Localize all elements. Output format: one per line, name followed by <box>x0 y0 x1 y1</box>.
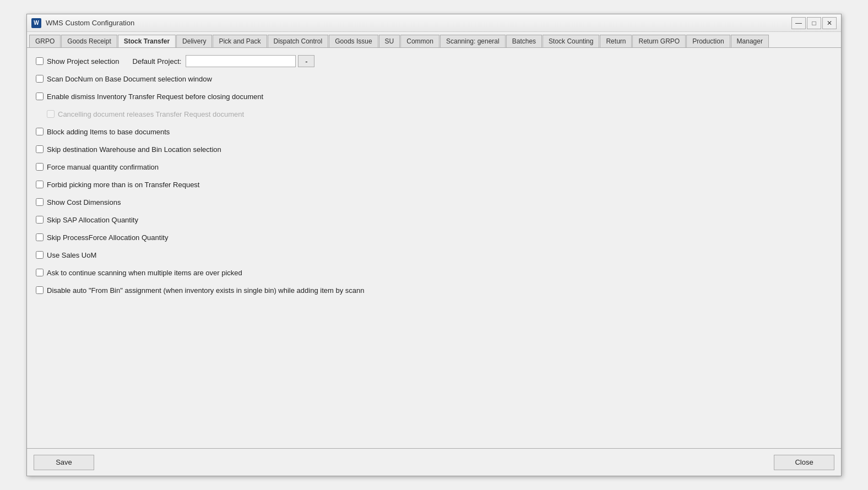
option-row-skip-processforce: Skip ProcessForce Allocation Quantity <box>36 231 832 244</box>
close-button[interactable]: Close <box>774 455 834 470</box>
label-skip-destination: Skip destination Warehouse and Bin Locat… <box>47 145 221 154</box>
label-use-sales-uom: Use Sales UoM <box>47 251 96 259</box>
label-enable-dismiss: Enable dismiss Inventory Transfer Reques… <box>47 92 263 101</box>
checkbox-use-sales-uom[interactable] <box>36 251 44 259</box>
label-block-adding: Block adding Items to base documents <box>47 128 170 136</box>
label-forbid-picking: Forbid picking more than is on Transfer … <box>47 181 199 189</box>
tab-su[interactable]: SU <box>379 35 400 48</box>
tab-return-grpo[interactable]: Return GRPO <box>632 35 686 48</box>
checkbox-enable-dismiss[interactable] <box>36 92 44 100</box>
tab-dispatch-control[interactable]: Dispatch Control <box>268 35 329 48</box>
checkbox-disable-auto-from-bin[interactable] <box>36 286 44 294</box>
checkbox-cancelling-document <box>47 110 55 118</box>
label-skip-processforce: Skip ProcessForce Allocation Quantity <box>47 233 168 242</box>
tab-grpo[interactable]: GRPO <box>29 35 61 48</box>
maximize-button[interactable]: □ <box>807 17 821 29</box>
option-row-show-project-selection: Show Project selectionDefault Project:- <box>36 55 832 68</box>
footer: Save Close <box>27 448 841 476</box>
content-area: Show Project selectionDefault Project:-S… <box>27 48 841 448</box>
option-row-enable-dismiss: Enable dismiss Inventory Transfer Reques… <box>36 90 832 103</box>
label-cancelling-document: Cancelling document releases Transfer Re… <box>58 110 244 118</box>
tab-production[interactable]: Production <box>686 35 730 48</box>
option-row-disable-auto-from-bin: Disable auto "From Bin" assignment (when… <box>36 284 832 297</box>
tab-manager[interactable]: Manager <box>731 35 769 48</box>
checkbox-block-adding[interactable] <box>36 128 44 135</box>
checkbox-forbid-picking[interactable] <box>36 181 44 188</box>
tab-return[interactable]: Return <box>600 35 632 48</box>
tab-goods-issue[interactable]: Goods Issue <box>329 35 378 48</box>
option-row-cancelling-document: Cancelling document releases Transfer Re… <box>36 107 832 121</box>
option-row-scan-docnum: Scan DocNum on Base Document selection w… <box>36 72 832 85</box>
default-project-button[interactable]: - <box>298 55 314 67</box>
close-window-button[interactable]: ✕ <box>822 17 837 29</box>
checkbox-skip-destination[interactable] <box>36 145 44 153</box>
checkbox-scan-docnum[interactable] <box>36 75 44 83</box>
option-row-block-adding: Block adding Items to base documents <box>36 125 832 138</box>
label-show-project-selection: Show Project selection <box>47 57 120 66</box>
checkbox-show-cost-dimensions[interactable] <box>36 198 44 206</box>
main-window: W WMS Custom Configuration — □ ✕ GRPOGoo… <box>26 14 842 476</box>
tab-bar: GRPOGoods ReceiptStock TransferDeliveryP… <box>27 32 841 48</box>
option-row-skip-sap-allocation: Skip SAP Allocation Quantity <box>36 213 832 226</box>
tab-common[interactable]: Common <box>400 35 440 48</box>
tab-batches[interactable]: Batches <box>506 35 542 48</box>
minimize-button[interactable]: — <box>791 17 806 29</box>
tab-scanning-general[interactable]: Scanning: general <box>440 35 506 48</box>
label-show-cost-dimensions: Show Cost Dimensions <box>47 198 121 206</box>
window-controls: — □ ✕ <box>791 17 837 29</box>
option-row-force-manual: Force manual quantity confirmation <box>36 160 832 173</box>
title-bar: W WMS Custom Configuration — □ ✕ <box>27 14 841 32</box>
option-row-skip-destination: Skip destination Warehouse and Bin Locat… <box>36 143 832 156</box>
label-force-manual: Force manual quantity confirmation <box>47 163 159 171</box>
default-project-input[interactable] <box>186 55 296 67</box>
checkbox-skip-processforce[interactable] <box>36 233 44 241</box>
app-icon: W <box>31 18 41 28</box>
label-disable-auto-from-bin: Disable auto "From Bin" assignment (when… <box>47 286 364 295</box>
option-row-forbid-picking: Forbid picking more than is on Transfer … <box>36 178 832 191</box>
window-title: WMS Custom Configuration <box>46 19 791 27</box>
tab-pick-and-pack[interactable]: Pick and Pack <box>213 35 267 48</box>
tab-stock-transfer[interactable]: Stock Transfer <box>118 35 176 48</box>
label-ask-continue-scanning: Ask to continue scanning when multiple i… <box>47 269 242 277</box>
option-row-ask-continue-scanning: Ask to continue scanning when multiple i… <box>36 266 832 279</box>
checkbox-force-manual[interactable] <box>36 163 44 171</box>
checkbox-show-project-selection[interactable] <box>36 57 44 65</box>
checkbox-skip-sap-allocation[interactable] <box>36 216 44 224</box>
checkbox-ask-continue-scanning[interactable] <box>36 269 44 276</box>
tab-goods-receipt[interactable]: Goods Receipt <box>61 35 117 48</box>
tab-stock-counting[interactable]: Stock Counting <box>542 35 599 48</box>
default-project-label: Default Project: <box>133 57 182 66</box>
label-scan-docnum: Scan DocNum on Base Document selection w… <box>47 75 212 83</box>
option-row-use-sales-uom: Use Sales UoM <box>36 248 832 262</box>
save-button[interactable]: Save <box>34 455 94 470</box>
option-row-show-cost-dimensions: Show Cost Dimensions <box>36 195 832 209</box>
tab-delivery[interactable]: Delivery <box>176 35 212 48</box>
label-skip-sap-allocation: Skip SAP Allocation Quantity <box>47 216 138 224</box>
